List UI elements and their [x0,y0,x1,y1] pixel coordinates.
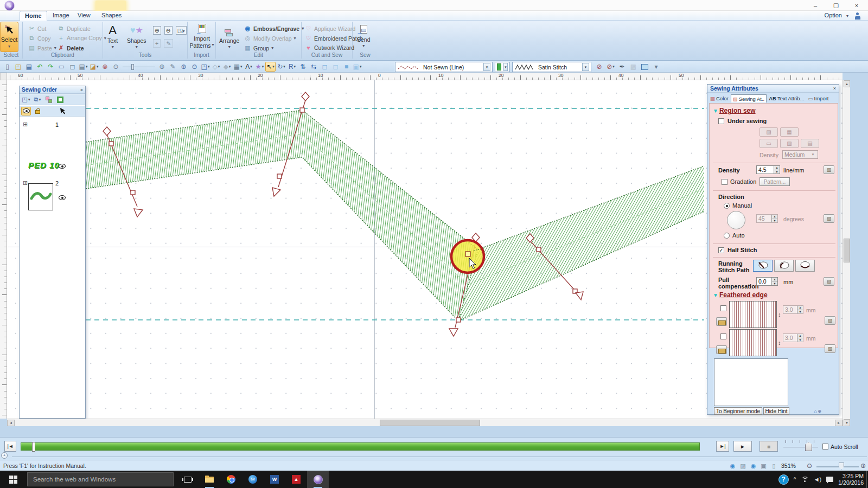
show-hide-button[interactable] [21,107,31,115]
satin-band-left[interactable] [86,110,478,321]
import-patterns-button[interactable]: → Import Patterns▾ [190,24,214,49]
duplicate-button[interactable]: ⧉Duplicate [58,25,91,32]
delete-button[interactable]: ✗Delete [58,44,84,52]
simulator-rewind-button[interactable]: |◄ [4,441,16,452]
help-tray-icon[interactable]: ? [778,474,789,485]
redo-icon[interactable]: ↷ [46,62,56,72]
direction-dial[interactable] [727,211,745,229]
direction-manual-radio[interactable] [724,203,730,209]
show-hidden-icons[interactable]: ^ [794,476,796,483]
taskbar-clock[interactable]: 3:25 PM 1/20/2016 [838,473,864,486]
feather-bottom-spinner[interactable]: 3.0▲▼ [783,333,803,342]
running-path-option-1[interactable] [753,260,773,272]
scroll-down-icon[interactable]: ▼ [844,419,850,426]
density-apply-button[interactable]: ▧ [824,165,834,174]
feathered-edge-header[interactable]: ▼Feathered edge [713,291,768,299]
simulator-stop-button[interactable]: ■ [760,441,778,452]
stitch-progress-thumb[interactable] [32,442,35,452]
acrobat-icon[interactable]: ▲ [285,471,307,488]
zoom-slider[interactable] [122,62,156,72]
not-sew-region-icon[interactable]: ⊘▾ [605,62,616,72]
realistic-view-icon[interactable]: ◆▾ [222,62,232,72]
tab-text-attributes[interactable]: ABText Attrib... [767,94,806,102]
select-button[interactable]: Select ▾ [0,22,18,52]
copy-button[interactable]: ⧉Copy [28,35,51,42]
select-tool-icon[interactable]: ↖▾ [265,62,276,72]
design-settings-icon[interactable]: ▭ [56,62,67,72]
outline-stitch-icon[interactable]: ◻ [320,62,330,72]
measure-button[interactable]: ✎ [164,39,173,48]
fit-window-icon[interactable]: ◳▾ [200,62,210,72]
pull-apply-button[interactable]: ▧ [824,277,834,286]
region-sew-header[interactable]: ▼Region sew [713,107,756,114]
resequence-button[interactable]: ⧉▾ [33,95,42,104]
running-path-option-3[interactable] [795,260,815,272]
grid-icon[interactable]: ▦▾ [233,62,243,72]
paste-button[interactable]: ▤Paste▾ [28,44,56,52]
thread-color-dropdown-icon[interactable]: ▾ [503,63,508,71]
realistic-view-status-icon[interactable]: ◉ [749,462,757,470]
order-item-2[interactable] [28,183,53,210]
under-density-select[interactable]: Medium▾ [782,150,818,159]
under-sewing-checkbox[interactable] [718,118,724,124]
send-button[interactable]: → Send▾ [357,25,371,48]
feather-top-checkbox[interactable] [720,305,726,311]
under-sewing-pattern-button[interactable]: ▨ [780,139,799,148]
emboss-engrave-button[interactable]: ◉Emboss/Engrave▾ [244,25,304,32]
stipple-icon[interactable]: ✒ [617,62,627,72]
direction-apply-button[interactable]: ▧ [824,214,834,223]
zoom-in-icon[interactable]: ⊕ [178,62,189,72]
app-logo-icon[interactable] [4,1,15,11]
design-property-icon[interactable]: ▤▾ [78,62,88,72]
new-file-icon[interactable]: ▯ [2,62,12,72]
cutwork-wizard-button[interactable]: ♥Cutwork Wizard [305,44,354,51]
gradation-pattern-button[interactable]: Pattern... [760,177,790,186]
feather-bottom-apply-button[interactable]: ▧ [825,344,835,353]
not-sew-line-icon[interactable]: ⊘ [594,62,604,72]
shapes-tool-button[interactable]: ♥★ Shapes▾ [127,24,146,49]
region-sew-type-combo[interactable]: Satin Stitch ▾ [512,62,591,72]
minimize-button[interactable]: – [807,0,824,10]
shapes-tool-icon[interactable]: ★▾ [254,62,265,72]
expander-icon[interactable]: ⊞ [23,121,28,127]
vertical-scroll-thumb[interactable] [844,239,850,262]
tab-view[interactable]: View [73,11,95,21]
under-sewing-pattern-button[interactable]: ▨ [760,127,778,137]
tab-shapes[interactable]: Shapes [97,11,126,21]
tab-import[interactable]: ▭Import [807,94,831,102]
zoom-out-button[interactable]: ⊖ [164,26,173,35]
text-tool-button[interactable]: A Text▾ [107,24,118,49]
vertical-scrollbar[interactable]: ▲ ▼ [843,80,850,426]
tab-color[interactable]: ▤Color [709,94,730,102]
under-sewing-pattern-button[interactable]: ▤ [801,139,819,148]
expand-strip-button[interactable]: + [1,452,8,459]
horizontal-scroll-thumb[interactable] [380,420,480,426]
region-view-icon[interactable]: ▭ [640,62,650,72]
under-sewing-pattern-button[interactable]: ▭ [760,139,778,148]
stitch-view-status-icon[interactable]: ▨ [739,462,747,470]
frame-edit-button[interactable] [55,95,65,104]
zoom-select-icon[interactable]: ⊚ [100,62,110,72]
volume-icon[interactable]: ◄) [814,476,822,483]
sewing-order-close-icon[interactable]: × [80,87,83,93]
expander-icon[interactable]: ⊞ [23,180,28,186]
speed-slider-thumb[interactable] [805,442,812,451]
zoom-plus-icon[interactable]: ⊕ [860,462,866,470]
line-sew-type-combo[interactable]: Not Sewn (Line) ▾ [395,62,493,72]
scroll-right-icon[interactable]: ► [835,420,843,426]
cut-button[interactable]: ✂Cut [28,25,46,32]
option-menu[interactable]: Option [825,12,842,18]
order-item-1[interactable]: PED 10 [28,160,60,170]
start-button[interactable] [0,471,26,488]
zoom-slider-thumb[interactable] [839,463,844,470]
user-account-icon[interactable] [854,12,860,20]
zoom-slider-minus-icon[interactable]: ⊖ [111,62,121,72]
degrees-spinner[interactable]: 45▲▼ [756,214,778,223]
import-design-icon[interactable]: ◪▾ [89,62,99,72]
tab-home[interactable]: Home [20,11,47,21]
under-sewing-pattern-button[interactable]: ▦ [780,127,799,137]
region-fill-icon[interactable]: ■ [341,62,352,72]
feather-top-pattern-button[interactable] [716,317,727,326]
region-sew-dropdown-icon[interactable]: ▾ [582,63,589,71]
lock-button[interactable] [33,107,42,115]
